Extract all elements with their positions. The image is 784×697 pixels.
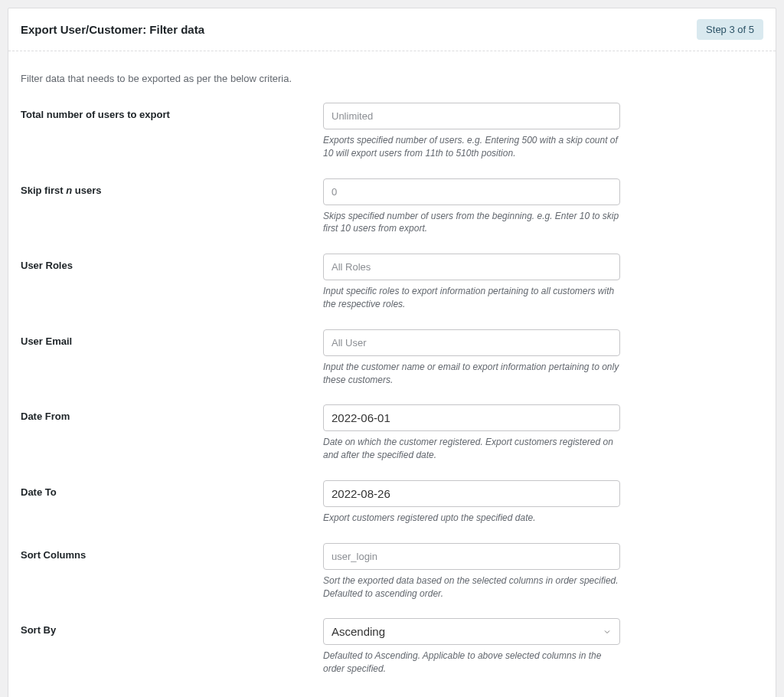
row-skip-users: Skip first n users Skips specified numbe… [21, 178, 763, 236]
label-date-from: Date From [21, 404, 323, 422]
label-user-roles: User Roles [21, 254, 323, 271]
label-date-to: Date To [21, 480, 323, 498]
label-user-email: User Email [21, 329, 323, 347]
card-body: Filter data that needs to be exported as… [8, 51, 776, 697]
skip-users-input[interactable] [323, 178, 620, 205]
help-total-users: Exports specified number of users. e.g. … [323, 134, 620, 160]
label-skip-em: n [66, 185, 72, 196]
page-title: Export User/Customer: Filter data [21, 23, 204, 36]
row-user-email: User Email Input the customer name or em… [21, 329, 763, 387]
card-header: Export User/Customer: Filter data Step 3… [8, 8, 776, 51]
label-sort-columns: Sort Columns [21, 543, 323, 561]
row-sort-columns: Sort Columns Sort the exported data base… [21, 543, 763, 600]
help-user-email: Input the customer name or email to expo… [323, 361, 620, 387]
sort-by-select[interactable]: Ascending [323, 618, 620, 645]
label-skip-users: Skip first n users [21, 178, 323, 196]
help-date-to: Export customers registered upto the spe… [323, 512, 620, 525]
user-roles-input[interactable] [323, 254, 620, 280]
row-sort-by: Sort By Ascending Defaulted to Ascending… [21, 618, 763, 676]
row-user-roles: User Roles Input specific roles to expor… [21, 254, 763, 311]
date-from-input[interactable] [323, 404, 620, 431]
intro-text: Filter data that needs to be exported as… [21, 73, 763, 84]
total-users-input[interactable] [323, 103, 620, 129]
date-to-input[interactable] [323, 480, 620, 507]
step-badge: Step 3 of 5 [697, 19, 763, 40]
label-skip-prefix: Skip first [21, 185, 66, 196]
label-skip-suffix: users [72, 185, 101, 196]
row-date-from: Date From Date on which the customer reg… [21, 404, 763, 462]
label-total-users: Total number of users to export [21, 103, 323, 120]
row-date-to: Date To Export customers registered upto… [21, 480, 763, 525]
help-user-roles: Input specific roles to export informati… [323, 285, 620, 311]
label-sort-by: Sort By [21, 618, 323, 636]
row-total-users: Total number of users to export Exports … [21, 103, 763, 160]
help-date-from: Date on which the customer registered. E… [323, 436, 620, 462]
help-sort-by: Defaulted to Ascending. Applicable to ab… [323, 650, 620, 676]
help-sort-columns: Sort the exported data based on the sele… [323, 574, 620, 600]
user-email-input[interactable] [323, 329, 620, 356]
sort-columns-input[interactable] [323, 543, 620, 570]
help-skip-users: Skips specified number of users from the… [323, 210, 620, 236]
export-filter-card: Export User/Customer: Filter data Step 3… [8, 8, 776, 697]
